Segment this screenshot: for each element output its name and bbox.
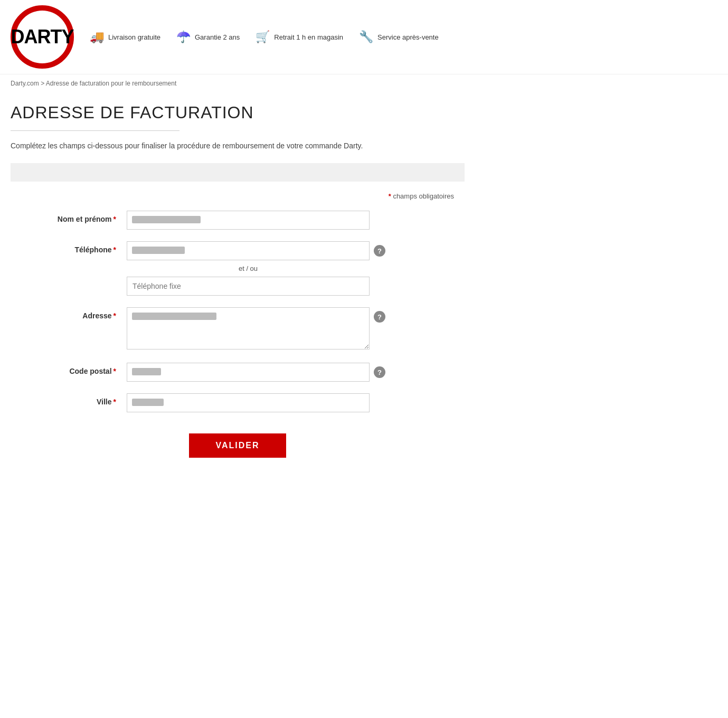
breadcrumb: Darty.com > Adresse de facturation pour … [0,74,728,92]
service-garantie: ☂️ Garantie 2 ans [176,30,240,44]
breadcrumb-home[interactable]: Darty.com [11,80,39,87]
adresse-field-group: ? [127,307,370,351]
code-postal-help-icon[interactable]: ? [374,366,385,378]
submit-button[interactable]: VALIDER [189,433,286,458]
ville-field-group [127,393,370,412]
breadcrumb-current: Adresse de facturation pour le rembourse… [46,80,176,87]
code-postal-label: Code postal* [11,363,127,375]
code-postal-input[interactable] [127,363,370,382]
service-livraison: 🚚 Livraison gratuite [90,30,160,44]
telephone-help-icon[interactable]: ? [374,245,385,257]
nom-label: Nom et prénom* [11,211,127,223]
adresse-required-star: * [114,311,116,320]
required-note-text: champs obligatoires [393,192,454,200]
et-ou-text: et / ou [127,264,370,272]
required-note: * champs obligatoires [11,192,465,200]
adresse-label: Adresse* [11,307,127,320]
page-title: ADRESSE DE FACTURATION [11,103,465,122]
form: Nom et prénom* Téléphone* et / ou [11,211,465,458]
ville-required-star: * [114,398,116,406]
nom-field-group [127,211,370,230]
title-divider [11,130,179,131]
main-content: ADRESSE DE FACTURATION Complétez les cha… [0,92,475,479]
telephone-required-star: * [114,245,116,254]
telephone-field-group: et / ou ? [127,241,370,296]
gray-bar [11,163,465,182]
header: DARTY 🚚 Livraison gratuite ☂️ Garantie 2… [0,0,728,74]
truck-icon: 🚚 [90,30,104,44]
service-sav: 🔧 Service après-vente [359,30,439,44]
adresse-help-icon[interactable]: ? [374,311,385,323]
tools-icon: 🔧 [359,30,373,44]
code-postal-field-group: ? [127,363,370,382]
ville-input[interactable] [127,393,370,412]
submit-row: VALIDER [11,433,465,458]
telephone-fixe-input[interactable] [127,277,370,296]
form-row-nom: Nom et prénom* [11,211,465,230]
breadcrumb-separator: > [41,80,46,87]
logo-text: DARTY [16,11,69,63]
service-livraison-label: Livraison gratuite [108,33,160,41]
telephone-label: Téléphone* [11,241,127,254]
code-postal-required-star: * [114,367,116,375]
adresse-input[interactable] [127,307,370,349]
service-sav-label: Service après-vente [377,33,439,41]
cart-icon: 🛒 [256,30,270,44]
service-retrait: 🛒 Retrait 1 h en magasin [256,30,343,44]
form-row-telephone: Téléphone* et / ou ? [11,241,465,296]
form-row-ville: Ville* [11,393,465,412]
umbrella-icon: ☂️ [176,30,191,44]
page-description: Complétez les champs ci-dessous pour fin… [11,141,465,150]
form-row-adresse: Adresse* ? [11,307,465,351]
service-retrait-label: Retrait 1 h en magasin [274,33,343,41]
required-star: * [389,192,391,200]
form-row-code-postal: Code postal* ? [11,363,465,382]
logo[interactable]: DARTY [11,5,74,69]
service-garantie-label: Garantie 2 ans [195,33,240,41]
header-services: 🚚 Livraison gratuite ☂️ Garantie 2 ans 🛒… [90,30,717,44]
nom-input[interactable] [127,211,370,230]
nom-required-star: * [114,215,116,223]
telephone-input[interactable] [127,241,370,260]
ville-label: Ville* [11,393,127,406]
